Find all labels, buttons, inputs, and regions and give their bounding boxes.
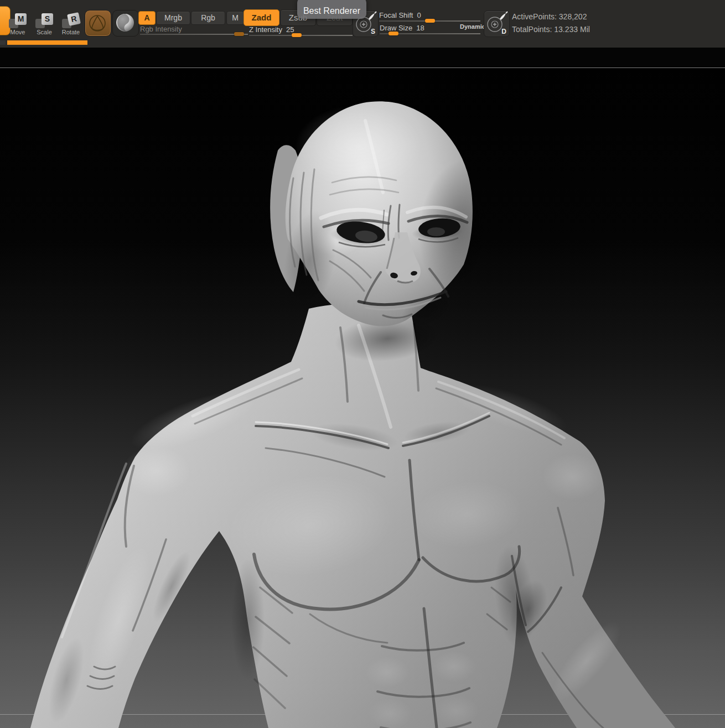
sculpt-canvas[interactable] bbox=[0, 68, 725, 728]
current-material-button[interactable] bbox=[112, 10, 139, 37]
scale-tool-button[interactable]: S Scale bbox=[32, 13, 56, 35]
focal-shift-value: 0 bbox=[417, 11, 421, 19]
rotate-icon: R bbox=[61, 13, 80, 28]
dynamic-label: Dynamic bbox=[460, 23, 485, 30]
draw-size-slider[interactable] bbox=[380, 33, 480, 34]
shelf-divider bbox=[0, 48, 725, 67]
rgb-button[interactable]: Rgb bbox=[191, 11, 225, 25]
sculpt-model bbox=[0, 68, 725, 728]
move-icon: M bbox=[8, 13, 27, 28]
shelf-notch bbox=[0, 40, 6, 45]
material-sphere-icon bbox=[113, 11, 137, 35]
draw-size-value: 18 bbox=[416, 24, 424, 32]
total-points-stat: TotalPoints: 13.233 Mil bbox=[512, 25, 590, 34]
z-intensity-handle[interactable] bbox=[292, 33, 302, 37]
active-points-stat: ActivePoints: 328,202 bbox=[512, 12, 587, 21]
standard-brush-icon bbox=[85, 11, 110, 35]
rgb-intensity-label: Rgb Intensity bbox=[140, 25, 182, 33]
model-body bbox=[30, 301, 675, 728]
move-label: Move bbox=[6, 29, 30, 35]
model-head bbox=[270, 101, 506, 335]
z-intensity-value: 25 bbox=[286, 25, 294, 34]
scale-icon: S bbox=[35, 13, 54, 28]
current-brush-button[interactable] bbox=[85, 10, 111, 37]
active-tool-underline bbox=[7, 40, 87, 45]
z-intensity-label: Z Intensity25 bbox=[249, 25, 294, 34]
focal-shift-handle[interactable] bbox=[425, 19, 435, 23]
mrgb-button[interactable]: Mrgb bbox=[156, 11, 190, 25]
m-button[interactable]: M bbox=[226, 11, 244, 25]
z-intensity-slider[interactable] bbox=[249, 35, 353, 36]
focal-shift-label: Focal Shift0 bbox=[379, 11, 421, 19]
draw-size-handle[interactable] bbox=[389, 32, 398, 35]
sample-picker-button[interactable]: D bbox=[484, 11, 510, 37]
draw-size-label: Draw Size18 bbox=[380, 24, 424, 32]
zadd-button[interactable]: Zadd bbox=[244, 9, 279, 26]
move-tool-button[interactable]: M Move bbox=[6, 13, 30, 35]
focal-shift-slider[interactable] bbox=[379, 20, 480, 22]
rotate-tool-button[interactable]: R Rotate bbox=[59, 13, 83, 35]
rotate-label: Rotate bbox=[59, 29, 83, 35]
color-a-button[interactable]: A bbox=[138, 11, 156, 25]
zbrush-app: { "colors": { "accent": "#f7941e", "butt… bbox=[0, 0, 725, 728]
tooltip: Best Renderer bbox=[297, 0, 366, 19]
scale-label: Scale bbox=[32, 29, 56, 35]
rgb-intensity-handle[interactable] bbox=[234, 32, 244, 36]
rgb-intensity-slider[interactable] bbox=[140, 34, 248, 35]
